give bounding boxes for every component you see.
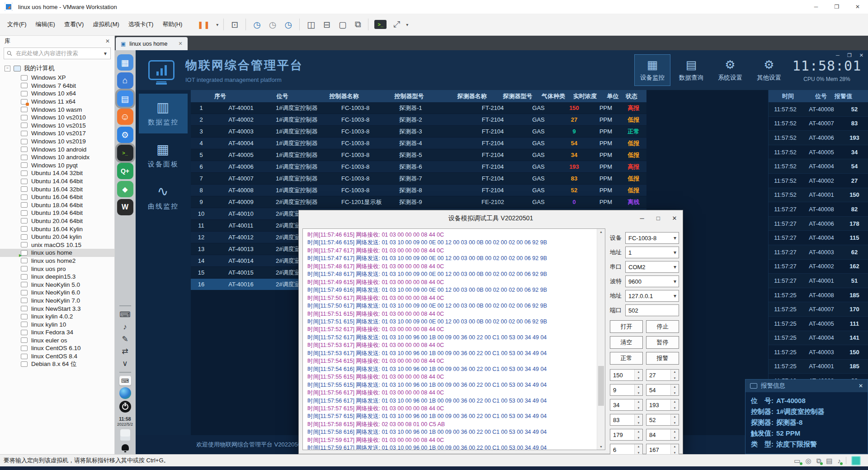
value-spinner[interactable]: 9 [610, 384, 643, 396]
trash-icon[interactable] [120, 429, 130, 441]
spinner-arrows-icon[interactable] [634, 370, 642, 380]
collapse-expander-icon[interactable]: − [5, 66, 10, 71]
vm-item[interactable]: linux uos home2 [0, 257, 114, 265]
app-store-icon[interactable]: ☺ [117, 109, 133, 125]
control-center-icon[interactable]: ⚙ [117, 127, 133, 143]
vm-item[interactable]: Ubuntu 16.04 32bit [0, 185, 114, 193]
spinner-arrows-icon[interactable] [670, 385, 679, 395]
alarm-row[interactable]: 11:57:52 AT-40006 193 [769, 131, 868, 145]
virtual-keyboard-icon[interactable]: ⌨ [117, 309, 133, 320]
alarm-row[interactable]: 11:57:27 AT-40008 82 [769, 202, 868, 217]
spinner-arrows-icon[interactable] [634, 399, 642, 410]
terminal-console-button[interactable]: >_ [374, 20, 387, 29]
table-row[interactable]: 3 AT-40003 1#调度室控制器 FC-1003-8 探测器-3 FT-2… [191, 126, 646, 138]
vm-tab[interactable]: ▣ linux uos home ✕ [116, 37, 188, 50]
table-row[interactable]: 2 AT-40002 1#调度室控制器 FC-1003-8 探测器-2 FT-2… [191, 114, 646, 126]
terminal-icon[interactable]: >_ [117, 145, 133, 161]
app-window-control[interactable]: ✕ [859, 52, 863, 58]
show-thumbnails-icon[interactable]: ⊟ [319, 19, 335, 30]
vm-item[interactable]: Ubuntu 18.04 64bit [0, 201, 114, 209]
top-nav-item[interactable]: ⚙ 系统设置 [712, 55, 748, 85]
spinner-arrows-icon[interactable] [634, 414, 642, 425]
alarm-close-icon[interactable]: ✕ [859, 383, 863, 389]
vm-item[interactable]: linux kylin 10 [0, 320, 114, 328]
value-spinner[interactable]: 193 [646, 399, 679, 411]
table-row[interactable]: 5 AT-40005 1#调度室控制器 FC-1003-8 探测器-5 FT-2… [191, 149, 646, 161]
alarm-row[interactable]: 11:57:27 AT-40004 115 [769, 231, 868, 245]
vm-item[interactable]: Ubuntu 14.04 64bit [0, 177, 114, 185]
harddisk-icon[interactable]: ▭ [794, 457, 800, 464]
show-library-icon[interactable]: ◫ [303, 19, 319, 30]
combo-box[interactable]: 127.0.0.1 [625, 290, 679, 302]
spinner-arrows-icon[interactable] [670, 414, 679, 425]
input-method-icon[interactable]: ⌨ [119, 376, 131, 385]
vm-item[interactable]: linux NeoKylin 5.0 [0, 280, 114, 289]
send-ctrl-alt-del-icon[interactable]: ⊡ [227, 19, 242, 30]
value-spinner[interactable]: 52 [646, 414, 679, 426]
alarm-row[interactable]: 11:57:52 AT-40001 150 [769, 188, 868, 203]
vm-item[interactable]: linux CentOS 8.4 [0, 352, 114, 361]
security-center-icon[interactable]: ◆ [117, 181, 133, 197]
pause-dropdown-icon[interactable]: ▾ [214, 22, 220, 27]
spinner-arrows-icon[interactable] [670, 370, 679, 380]
toolbar-icon[interactable] [223, 19, 224, 30]
spinner-arrows-icon[interactable] [634, 429, 642, 440]
dock-time[interactable]: 11:58 [117, 416, 133, 422]
spinner-arrows-icon[interactable] [670, 444, 679, 455]
spinner-arrows-icon[interactable] [670, 429, 679, 440]
vm-item[interactable]: Windows 10 pyqt [0, 161, 114, 170]
combo-box[interactable]: COM2 [625, 261, 679, 273]
combo-box[interactable]: 502 [625, 304, 679, 316]
dialog-button[interactable]: 正常 [610, 352, 643, 365]
value-spinner[interactable]: 54 [646, 384, 679, 396]
manage-snapshots-icon[interactable]: ◷ [280, 19, 296, 30]
value-spinner[interactable]: 83 [610, 414, 643, 426]
vm-item[interactable]: linux CentOS 6.10 [0, 344, 114, 352]
status-separator[interactable] [846, 457, 846, 464]
printer-icon[interactable]: ▤ [826, 457, 832, 464]
tree-root[interactable]: − 我的计算机 [0, 63, 114, 74]
value-spinner[interactable]: 179 [610, 429, 643, 441]
dock-date[interactable]: 2022/5/2 [117, 422, 133, 427]
search-input[interactable] [15, 50, 100, 57]
vm-item[interactable]: Windows 10 vs2019 [0, 138, 114, 146]
table-row[interactable]: 1 AT-40001 1#调度室控制器 FC-1003-8 探测器-1 FT-2… [191, 102, 646, 114]
pause-button[interactable]: ❚❚ [193, 20, 214, 29]
dialog-control-button[interactable]: □ [650, 210, 666, 226]
scrollbar-thumb[interactable] [598, 366, 604, 406]
toolbar-icon[interactable] [245, 19, 246, 30]
value-spinner[interactable]: 27 [646, 369, 679, 381]
table-row[interactable]: 8 AT-40008 1#调度室控制器 FC-1003-8 探测器-8 FT-2… [191, 185, 646, 196]
vm-item[interactable]: Ubuntu 16.04 64bit [0, 193, 114, 201]
vm-item[interactable]: linux NeoKylin 6.0 [0, 289, 114, 297]
collapse-icon[interactable]: ∨ [117, 358, 133, 369]
dialog-control-button[interactable]: ✕ [666, 210, 683, 226]
revert-snapshot-icon[interactable]: ◷ [265, 19, 281, 30]
app-window-control[interactable]: ─ [836, 52, 840, 58]
app-window-control[interactable]: ❐ [847, 52, 852, 58]
vm-item[interactable]: Windows 10 androidx [0, 153, 114, 161]
top-nav-item[interactable]: ⚙ 其他设置 [751, 55, 787, 85]
launcher-icon[interactable]: ▦ [117, 54, 133, 71]
vm-item[interactable]: Debian 8.x 64 位 [0, 360, 114, 368]
wps-icon[interactable]: W [117, 199, 133, 215]
menu-item[interactable]: 文件(F) [3, 20, 31, 28]
take-snapshot-icon[interactable]: ◷ [249, 19, 265, 30]
menu-item[interactable]: 选项卡(T) [124, 20, 158, 28]
sound-icon[interactable]: ♪ [838, 457, 841, 464]
table-row[interactable]: 4 AT-40004 1#调度室控制器 FC-1003-8 探测器-4 FT-2… [191, 138, 646, 149]
dialog-button[interactable]: 报警 [646, 352, 679, 365]
alarm-row[interactable]: 11:57:25 AT-40008 185 [769, 288, 868, 303]
vm-item[interactable]: Windows 10 vs2010 [0, 114, 114, 122]
toolbar-icon[interactable] [299, 19, 300, 30]
dialog-button[interactable]: 停止 [646, 320, 679, 333]
vm-item[interactable]: Windows 10 vs2015 [0, 122, 114, 130]
alarm-row[interactable]: 11:57:25 AT-40004 141 [769, 331, 868, 346]
toolbar-icon[interactable] [368, 19, 368, 30]
table-row[interactable]: 9 AT-40009 2#调度室控制器 FC-1201显示板 探测器-9 FE-… [191, 196, 646, 208]
top-nav-item[interactable]: ▤ 数据查询 [674, 55, 709, 85]
alarm-row[interactable]: 11:57:52 AT-40007 83 [769, 117, 868, 131]
alarm-row[interactable]: 11:57:25 AT-40007 170 [769, 302, 868, 317]
alarm-row[interactable]: 11:57:25 AT-40005 111 [769, 317, 868, 331]
vm-item[interactable]: Ubuntu 14.04 32bit [0, 169, 114, 177]
